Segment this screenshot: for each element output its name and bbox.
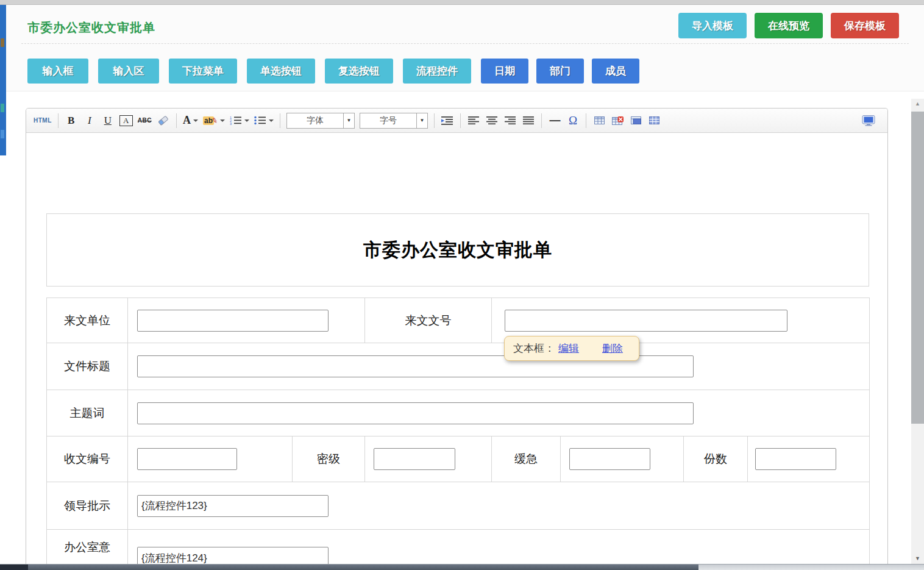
widget-member-button[interactable]: 成员 [592,59,639,84]
import-template-button[interactable]: 导入模板 [678,13,747,38]
page-title: 市委办公室收文审批单 [27,20,155,36]
security-level-input[interactable] [374,448,455,470]
fullscreen-icon[interactable] [862,113,875,129]
tooltip-edit-link[interactable]: 编辑 [558,341,579,355]
receipt-number-input[interactable] [137,448,237,470]
vertical-scrollbar[interactable]: ▲ ▼ [911,99,924,564]
bold-icon[interactable]: B [65,113,78,129]
form-field-cell [748,436,870,482]
table-row: 主题词 [47,390,870,436]
header: 市委办公室收文审批单 导入模板 在线预览 保存模板 输入框 输入区 下拉菜单 单… [6,5,924,91]
align-center-icon[interactable] [485,113,499,129]
widget-radio-button[interactable]: 单选按钮 [247,59,315,84]
form-field-cell [128,482,870,530]
horizontal-scrollbar[interactable] [0,564,924,570]
underline-icon[interactable]: U [101,113,115,129]
horizontal-rule-icon[interactable]: — [548,113,561,129]
dropdown-arrow-icon[interactable] [220,119,225,122]
font-color-icon[interactable]: A [183,113,198,129]
align-justify-icon[interactable] [522,113,535,129]
background-left-strip [0,5,6,155]
form-field-cell [128,436,293,482]
toolbar-separator [586,113,586,128]
dropdown-arrow-icon[interactable] [269,119,274,122]
indent-icon[interactable] [441,113,454,129]
table-row: 文件标题 [47,343,870,390]
urgency-input[interactable] [569,448,650,470]
widget-input-box-button[interactable]: 输入框 [27,59,88,84]
form-field-cell [128,343,870,390]
table-row: 收文编号 密级 缓急 份数 [47,436,870,482]
select-arrow-icon[interactable]: ▼ [343,113,354,128]
form-field-label: 办公室意见 [47,530,128,565]
editor-toolbar: HTML B I U A ABC A ab✎ 123 字体▼ 字号▼ [26,109,887,133]
widget-dropdown-button[interactable]: 下拉菜单 [169,59,237,84]
form-field-label: 份数 [684,436,748,482]
save-template-button[interactable]: 保存模板 [831,13,899,38]
highlight-color-icon[interactable]: ab✎ [203,113,225,129]
align-right-icon[interactable] [503,113,517,129]
copies-count-input[interactable] [755,448,836,470]
widget-flow-control-button[interactable]: 流程控件 [403,59,471,84]
header-divider [21,43,909,44]
background-artifact [1,130,4,138]
scroll-up-arrow-icon[interactable]: ▲ [911,101,924,107]
widget-checkbox-button[interactable]: 复选按钮 [325,59,393,84]
widget-toolbar: 输入框 输入区 下拉菜单 单选按钮 复选按钮 流程控件 日期 部门 成员 [27,59,647,84]
table-properties-icon[interactable] [647,113,661,129]
widget-tooltip: 文本框： 编辑 删除 [504,336,639,361]
scrollbar-thumb[interactable] [911,112,924,424]
tooltip-delete-link[interactable]: 删除 [602,341,623,355]
subject-keywords-input[interactable] [137,402,694,424]
dropdown-arrow-icon[interactable] [244,119,249,122]
font-size-select[interactable]: 字号▼ [360,113,428,129]
leader-instructions-input[interactable] [137,495,329,517]
form-title-box: 市委办公室收文审批单 [46,213,869,287]
insert-table-icon[interactable] [592,113,606,129]
editor-content-area[interactable]: 市委办公室收文审批单 来文单位 来文文号 文件标题 主 [26,133,887,564]
form-table: 来文单位 来文文号 文件标题 主题词 收文编号 密级 [46,297,870,564]
incoming-doc-number-input[interactable] [505,310,787,332]
delete-table-icon[interactable] [611,113,624,129]
widget-date-button[interactable]: 日期 [481,59,528,84]
horizontal-scrollbar-thumb[interactable] [28,565,698,570]
ordered-list-icon[interactable]: 123 [230,113,249,129]
tooltip-label: 文本框： [513,341,555,355]
toolbar-separator [176,113,177,128]
office-opinion-input[interactable] [137,547,329,564]
remove-format-eraser-icon[interactable] [157,113,170,129]
font-style-icon[interactable]: A [119,115,133,126]
font-family-select[interactable]: 字体▼ [286,113,355,129]
toolbar-separator [280,113,280,128]
form-field-cell [128,530,870,565]
align-left-icon[interactable] [467,113,480,129]
table-row: 来文单位 来文文号 [47,298,870,343]
background-artifact [1,38,4,47]
unordered-list-icon[interactable] [254,113,274,129]
toolbar-separator [434,113,435,128]
template-editor-page: 市委办公室收文审批单 导入模板 在线预览 保存模板 输入框 输入区 下拉菜单 单… [0,0,924,570]
form-field-label: 来文单位 [47,298,128,343]
form-field-cell [365,436,492,482]
form-field-label: 收文编号 [47,436,128,482]
toolbar-separator [460,113,461,128]
window-top-edge [0,0,924,5]
form-field-label: 文件标题 [47,343,128,390]
dropdown-arrow-icon[interactable] [193,119,198,122]
online-preview-button[interactable]: 在线预览 [755,13,823,38]
form-field-label: 来文文号 [365,298,492,343]
special-character-icon[interactable]: Ω [566,113,580,129]
strikethrough-icon[interactable]: ABC [138,113,152,129]
incoming-unit-input[interactable] [137,310,329,332]
widget-department-button[interactable]: 部门 [536,59,584,84]
form-field-label: 密级 [293,436,365,482]
header-actions: 导入模板 在线预览 保存模板 [678,13,899,38]
italic-icon[interactable]: I [83,113,96,129]
form-field-cell [128,298,365,343]
scroll-down-arrow-icon[interactable]: ▼ [911,555,924,561]
cell-properties-icon[interactable] [629,113,642,129]
widget-textarea-button[interactable]: 输入区 [98,59,159,84]
source-code-icon[interactable]: HTML [34,113,52,129]
form-field-label: 缓急 [492,436,561,482]
select-arrow-icon[interactable]: ▼ [416,113,427,128]
